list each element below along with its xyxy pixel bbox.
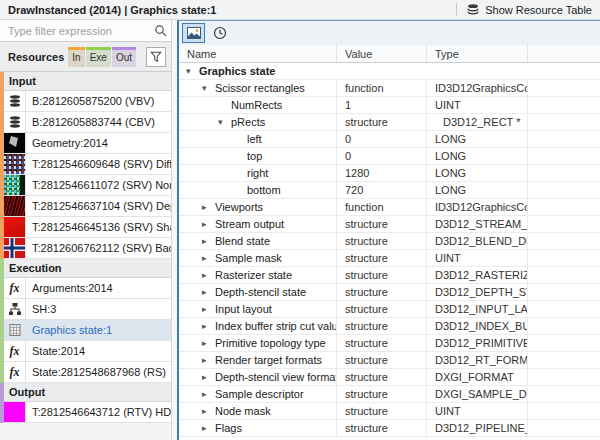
title-bar-actions: Show Resource Table [456, 3, 592, 16]
table-row[interactable]: ▸Blend statestructureD3D12_BLEND_DESC [179, 233, 600, 250]
sidebar-item[interactable]: fxState:2014 [4, 341, 171, 362]
sidebar-item[interactable]: T:2812546643712 (RTV) HDRRT [4, 402, 171, 423]
filler-cell [527, 369, 600, 385]
table-row[interactable]: top0LONG [179, 148, 600, 165]
table-row[interactable]: ▸Index buffer strip cut valuestructureD3… [179, 318, 600, 335]
sidebar-item[interactable]: fxState:2812548687968 (RS) [4, 362, 171, 383]
row-name: Rasterizer state [215, 269, 292, 281]
value-cell: structure [336, 420, 426, 436]
column-header-name[interactable]: Name [179, 45, 336, 62]
type-cell: DXGI_FORMAT [426, 369, 527, 385]
table-row[interactable]: ▸Depth-stencil statestructureD3D12_DEPTH… [179, 284, 600, 301]
name-cell: ▸Node mask [179, 403, 336, 419]
divider [456, 3, 457, 16]
expander-icon[interactable]: ▾ [218, 114, 231, 130]
row-name: Flags [215, 422, 242, 434]
type-cell: DXGI_SAMPLE_DESC [426, 386, 527, 402]
expander-icon[interactable]: ▸ [202, 233, 215, 249]
value-cell: structure [336, 250, 426, 266]
sidebar-item[interactable]: B:2812605883744 (CBV) [4, 112, 171, 133]
table-row[interactable]: ▾Scissor rectanglesfunctionID3D12Graphic… [179, 80, 600, 97]
column-header-value[interactable]: Value [336, 45, 426, 62]
table-row[interactable]: ▾Graphics state [179, 63, 600, 80]
table-header: Name Value Type [179, 45, 600, 63]
value-cell: function [336, 80, 426, 96]
name-cell: bottom [179, 182, 336, 198]
table-row[interactable]: ▸Sample maskstructureUINT [179, 250, 600, 267]
value-cell: structure [336, 284, 426, 300]
table-row[interactable]: ▸Input layoutstructureD3D12_INPUT_LAYO..… [179, 301, 600, 318]
toggle-out[interactable]: Out [112, 47, 136, 67]
table-row[interactable]: ▸FlagsstructureD3D12_PIPELINE_STA... [179, 420, 600, 437]
expander-icon[interactable]: ▾ [186, 63, 199, 79]
search-icon [154, 24, 167, 37]
expander-icon[interactable]: ▸ [202, 403, 215, 419]
row-name: NumRects [231, 99, 282, 111]
expander-icon[interactable]: ▸ [202, 386, 215, 402]
history-view-button[interactable] [208, 23, 231, 43]
expander-icon[interactable]: ▸ [202, 420, 215, 436]
table-row[interactable]: ▸Node maskstructureUINT [179, 403, 600, 420]
sidebar-item[interactable]: T:2812546609648 (SRV) DiffuseRT [4, 154, 171, 175]
expander-icon[interactable]: ▸ [202, 369, 215, 385]
table-row[interactable]: NumRects1UINT [179, 97, 600, 114]
sidebar-section-input: InputB:2812605875200 (VBV)B:281260588374… [0, 72, 171, 259]
filler-cell [527, 233, 600, 249]
filter-input[interactable] [6, 24, 154, 38]
sidebar-item[interactable]: T:2812546611072 (SRV) NormalsRT [4, 175, 171, 196]
sidebar-item[interactable]: SH:3 [4, 299, 171, 320]
name-cell: ▸Depth-stencil view format [179, 369, 336, 385]
expander-icon[interactable]: ▸ [202, 250, 215, 266]
filler-cell [527, 301, 600, 317]
filler-cell [527, 386, 600, 402]
table-row[interactable]: ▸Stream outputstructureD3D12_STREAM_OU..… [179, 216, 600, 233]
filler-cell [527, 318, 600, 334]
table-row[interactable]: ▾pRectsstructureD3D12_RECT * [179, 114, 600, 131]
table-row[interactable]: ▸Sample descriptorstructureDXGI_SAMPLE_D… [179, 386, 600, 403]
column-header-type[interactable]: Type [426, 45, 527, 62]
expander-icon[interactable]: ▸ [202, 216, 215, 232]
name-cell: ▸Sample mask [179, 250, 336, 266]
filler-cell [527, 165, 600, 181]
resources-sidebar-inner: Resources InExeOut InputB:2812605875200 … [0, 20, 172, 440]
filler-cell [527, 199, 600, 215]
table-row[interactable]: ▸Depth-stencil view formatstructureDXGI_… [179, 369, 600, 386]
name-cell: ▸Blend state [179, 233, 336, 249]
image-view-button[interactable] [182, 23, 205, 43]
sidebar-item[interactable]: T:2812606762112 (SRV) Backgrou... [4, 238, 171, 259]
expander-icon[interactable]: ▸ [202, 335, 215, 351]
section-header: Output [4, 383, 171, 402]
show-resource-table-button[interactable]: Show Resource Table [466, 3, 592, 16]
expander-icon[interactable]: ▸ [202, 352, 215, 368]
table-row[interactable]: ▸Render target formatsstructureD3D12_RT_… [179, 352, 600, 369]
filler-cell [527, 335, 600, 351]
expander-icon[interactable]: ▸ [202, 318, 215, 334]
sidebar-item[interactable]: fxArguments:2014 [4, 278, 171, 299]
sidebar-item[interactable]: Geometry:2014 [4, 133, 171, 154]
expander-icon[interactable]: ▾ [202, 80, 215, 96]
sidebar-item[interactable]: T:2812546645136 (SRV) ShadowPa... [4, 217, 171, 238]
filter-funnel-button[interactable] [146, 47, 166, 67]
table-row[interactable]: ▸ViewportsfunctionID3D12GraphicsCom... [179, 199, 600, 216]
sidebar-item-label: SH:3 [26, 299, 171, 319]
sidebar-item-label: T:2812546611072 (SRV) NormalsRT [26, 175, 171, 195]
table-row[interactable]: right1280LONG [179, 165, 600, 182]
toggle-in[interactable]: In [68, 47, 84, 67]
toggle-exe[interactable]: Exe [86, 47, 111, 67]
table-row[interactable]: left0LONG [179, 131, 600, 148]
sidebar-item[interactable]: B:2812605875200 (VBV) [4, 91, 171, 112]
expander-icon[interactable]: ▸ [202, 284, 215, 300]
table-row[interactable]: ▸Rasterizer statestructureD3D12_RASTERIZ… [179, 267, 600, 284]
type-cell: D3D12_STREAM_OU... [426, 216, 527, 232]
expander-icon[interactable]: ▸ [202, 267, 215, 283]
resources-header-row: Resources InExeOut [0, 42, 171, 72]
table-row[interactable]: ▸Primitive topology typestructureD3D12_P… [179, 335, 600, 352]
expander-icon[interactable]: ▸ [202, 199, 215, 215]
value-cell: structure [336, 318, 426, 334]
table-row[interactable]: bottom720LONG [179, 182, 600, 199]
type-cell: LONG [426, 182, 527, 198]
expander-icon[interactable]: ▸ [202, 301, 215, 317]
type-cell: LONG [426, 131, 527, 147]
sidebar-item[interactable]: T:2812546637104 (SRV) DepthRT [4, 196, 171, 217]
sidebar-item[interactable]: Graphics state:1 [4, 320, 171, 341]
